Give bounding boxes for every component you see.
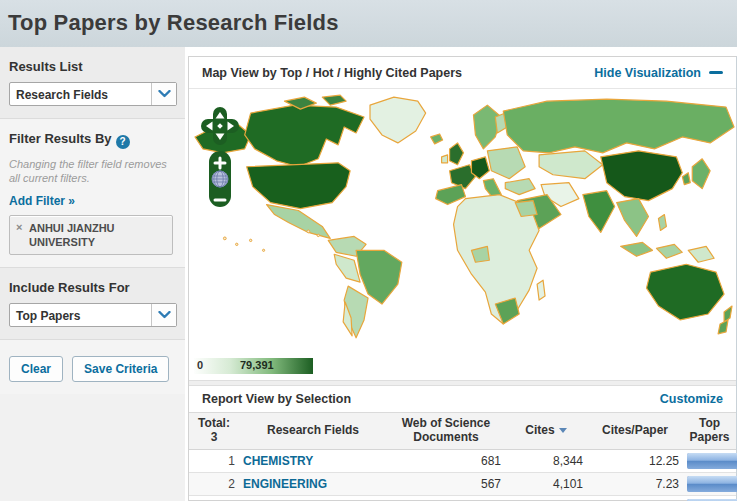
cites-per-paper-value: 12.25 <box>587 449 683 472</box>
report-panel-header: Report View by Selection Customize <box>189 386 736 412</box>
sidebar: Results List Research Fields Filter Resu… <box>0 47 185 501</box>
legend-max: 79,391 <box>240 359 274 371</box>
column-header-top-papers[interactable]: Top Papers <box>683 413 736 450</box>
row-rank: 2 <box>189 472 239 495</box>
chevron-down-icon[interactable] <box>151 304 176 326</box>
cites-value: 8,344 <box>505 449 587 472</box>
world-map[interactable] <box>189 93 736 342</box>
include-results-dropdown[interactable]: Top Papers <box>9 303 177 327</box>
add-filter-link[interactable]: Add Filter » <box>9 194 75 208</box>
map-region-canada[interactable] <box>245 105 364 167</box>
map-islands <box>223 230 319 251</box>
active-filter-tag: × ANHUI JIANZHU UNIVERSITY <box>9 215 173 256</box>
collapse-minus-icon[interactable] <box>709 71 723 74</box>
table-row: 1 CHEMISTRY 681 8,344 12.25 6 <box>189 449 736 472</box>
column-header-cites[interactable]: Cites <box>505 413 587 450</box>
cites-per-paper-value: 9.72 <box>587 495 683 501</box>
map-region-india[interactable] <box>583 191 615 233</box>
map-region-korea[interactable] <box>682 173 690 185</box>
report-panel-title: Report View by Selection <box>202 392 351 406</box>
row-rank: 0 <box>189 495 239 501</box>
map-panel-title: Map View by Top / Hot / Highly Cited Pap… <box>202 66 462 80</box>
map-region-ireland[interactable] <box>442 155 448 163</box>
map-region-china[interactable] <box>601 151 683 201</box>
filter-note: Changing the filter field removes all cu… <box>9 157 176 186</box>
top-papers-bar[interactable]: 6 <box>687 453 737 469</box>
page-header: Top Papers by Research Fields <box>0 0 737 47</box>
sidebar-actions: Clear Save Criteria <box>0 340 185 394</box>
map-region-central-asia[interactable] <box>539 151 603 179</box>
sort-desc-icon <box>559 428 567 433</box>
cites-value: 4,101 <box>505 472 587 495</box>
filter-label: Filter Results By? <box>9 131 176 149</box>
map-region-japan[interactable] <box>692 159 710 189</box>
map-region-greenland[interactable] <box>370 97 426 143</box>
map-pan-control[interactable] <box>201 107 239 145</box>
map-region-turkey[interactable] <box>505 179 535 195</box>
field-link[interactable]: CHEMISTRY <box>243 454 313 468</box>
field-link[interactable]: ENGINEERING <box>243 477 327 491</box>
table-row: 0 ALL FIELDS 2,677 26,008 9.72 27 <box>189 495 736 501</box>
wos-documents-value: 2,677 <box>387 495 505 501</box>
map-region-usa[interactable] <box>247 163 350 209</box>
results-list-selected: Research Fields <box>10 83 151 105</box>
column-header-cites-per-paper[interactable]: Cites/Paper <box>587 413 683 450</box>
table-row: 2 ENGINEERING 567 4,101 7.23 4 <box>189 472 736 495</box>
map-region-mexico[interactable] <box>267 205 331 239</box>
include-results-label: Include Results For <box>9 280 176 295</box>
map-region-uk[interactable] <box>450 143 464 165</box>
wos-documents-value: 681 <box>387 449 505 472</box>
map-region-spain[interactable] <box>436 185 466 205</box>
globe-icon <box>212 171 228 187</box>
results-list-dropdown[interactable]: Research Fields <box>9 82 177 106</box>
legend-min: 0 <box>197 359 203 371</box>
map-region-new-zealand-south[interactable] <box>718 320 728 334</box>
map-region-eastern-europe[interactable] <box>487 147 525 179</box>
map-region-southeast-asia[interactable] <box>617 199 649 237</box>
map-view: 0 79,391 <box>189 89 736 380</box>
total-count: Total: 3 <box>189 413 239 450</box>
top-papers-bar[interactable]: 4 <box>687 476 737 492</box>
main-panel: Map View by Top / Hot / Highly Cited Pap… <box>188 56 737 501</box>
results-list-section: Results List Research Fields <box>0 47 185 119</box>
map-legend: 0 79,391 <box>194 358 313 374</box>
column-header-research-fields[interactable]: Research Fields <box>239 413 387 450</box>
map-region-germany[interactable] <box>471 157 489 179</box>
chevron-down-icon[interactable] <box>151 83 176 105</box>
map-region-indonesia-west[interactable] <box>621 242 653 256</box>
column-header-wos-documents[interactable]: Web of Science Documents <box>387 413 505 450</box>
active-filter-label: ANHUI JIANZHU UNIVERSITY <box>29 222 115 248</box>
row-rank: 1 <box>189 449 239 472</box>
wos-documents-value: 567 <box>387 472 505 495</box>
map-region-peru[interactable] <box>334 254 360 282</box>
map-region-new-guinea[interactable] <box>688 246 714 262</box>
map-panel-header: Map View by Top / Hot / Highly Cited Pap… <box>189 57 736 89</box>
map-region-madagascar[interactable] <box>537 280 545 300</box>
customize-link[interactable]: Customize <box>660 392 723 406</box>
include-results-section: Include Results For Top Papers <box>0 268 185 340</box>
filter-section: Filter Results By? Changing the filter f… <box>0 119 185 268</box>
clear-button[interactable]: Clear <box>9 356 63 382</box>
cites-per-paper-value: 7.23 <box>587 472 683 495</box>
save-criteria-button[interactable]: Save Criteria <box>72 356 169 382</box>
table-header-row: Total: 3 Research Fields Web of Science … <box>189 413 736 450</box>
page-title: Top Papers by Research Fields <box>0 0 737 36</box>
remove-filter-icon[interactable]: × <box>16 222 22 233</box>
map-controls <box>201 107 241 207</box>
results-list-label: Results List <box>9 59 176 74</box>
map-zoom-control[interactable] <box>208 151 232 207</box>
map-region-philippines[interactable] <box>658 215 666 231</box>
map-region-indonesia-east[interactable] <box>656 244 682 258</box>
map-region-australia[interactable] <box>647 264 725 320</box>
hide-visualization-link[interactable]: Hide Visualization <box>594 66 723 80</box>
include-results-selected: Top Papers <box>10 304 151 326</box>
report-table: Total: 3 Research Fields Web of Science … <box>189 412 736 501</box>
help-icon[interactable]: ? <box>116 135 130 149</box>
map-region-iceland[interactable] <box>431 134 443 144</box>
map-region-russia[interactable] <box>503 99 734 153</box>
cites-value: 26,008 <box>505 495 587 501</box>
